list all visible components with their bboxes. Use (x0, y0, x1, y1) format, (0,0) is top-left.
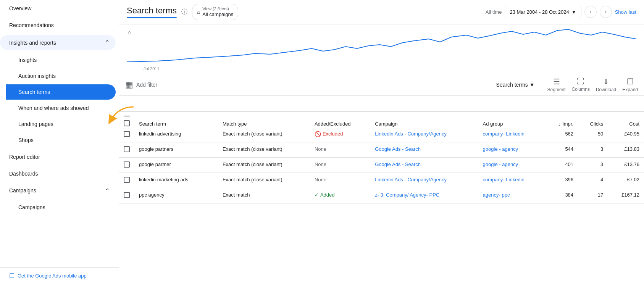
dropdown-label: Search terms (496, 82, 528, 88)
table-row: google partnerExact match (close variant… (119, 157, 644, 173)
sidebar-item-auction-insights[interactable]: Auction insights (6, 68, 116, 84)
view-filters-label: View (2 filters) (202, 6, 233, 11)
segment-button[interactable]: ☰ Segment (547, 77, 566, 92)
campaign-link[interactable]: Google Ads - Search (375, 146, 421, 152)
excluded-badge: 🚫 Excluded (315, 131, 366, 137)
campaign-link[interactable]: Linkedin Ads - Company/Agency (375, 177, 447, 182)
campaign-link[interactable]: z- 3. Company/ Agency- PPC (375, 192, 439, 198)
td-added-excluded: None (310, 173, 370, 188)
td-checkbox (119, 157, 134, 173)
th-clicks[interactable]: Clicks (578, 116, 608, 132)
sidebar-item-label: Shops (18, 137, 34, 143)
td-search-term: google partner (134, 157, 218, 173)
sidebar-item-label: Report editor (9, 154, 40, 160)
td-cost: £167.12 (608, 188, 644, 203)
td-impr: 544 (546, 142, 578, 157)
td-campaign: Google Ads - Search (370, 142, 478, 157)
sidebar-item-landing-pages[interactable]: Landing pages (6, 116, 116, 132)
download-label: Download (596, 87, 616, 92)
sidebar-item-search-terms[interactable]: Search terms (6, 84, 116, 100)
sidebar-item-insights[interactable]: Insights (6, 52, 116, 68)
ad-group-link[interactable]: google - agency (483, 146, 518, 152)
added-badge: ✓ Added (315, 192, 366, 198)
sidebar-item-shops[interactable]: Shops (6, 132, 116, 148)
row-checkbox[interactable] (124, 177, 130, 183)
toolbar-divider (541, 80, 541, 89)
th-campaign[interactable]: Campaign (370, 116, 478, 132)
td-impr: 384 (546, 188, 578, 203)
sidebar-section-label: Campaigns (9, 187, 36, 194)
td-added-excluded: ✓ Added (310, 188, 370, 203)
sidebar-item-campaigns[interactable]: Campaigns (6, 200, 116, 215)
sidebar: Overview Recommendations Insights and re… (0, 0, 119, 284)
table-row: linkedin marketing adsExact match (close… (119, 173, 644, 188)
dropdown-chevron-icon: ▼ (529, 82, 535, 88)
td-clicks: 3 (578, 157, 608, 173)
campaign-link[interactable]: Google Ads - Search (375, 161, 421, 167)
td-impr: 396 (546, 173, 578, 188)
sidebar-sub-group: Insights Auction insights Search terms W… (0, 52, 119, 148)
sidebar-section-insights-reports[interactable]: Insights and reports ⌃ (0, 35, 116, 50)
sidebar-footer[interactable]: ☐ Get the Google Ads mobile app (0, 267, 119, 284)
td-campaign: Google Ads - Search (370, 157, 478, 173)
td-added-excluded: None (310, 157, 370, 173)
row-checkbox[interactable] (124, 192, 130, 198)
expand-button[interactable]: ❐ Expand (622, 77, 638, 92)
main-header: Search terms ⓘ ⌂ View (2 filters) All ca… (119, 0, 644, 24)
ad-group-link[interactable]: company- Linkedin (483, 177, 525, 182)
td-search-term: ppc agency (134, 188, 218, 203)
sidebar-item-dashboards[interactable]: Dashboards (0, 166, 116, 181)
td-search-term: google partners (134, 142, 218, 157)
row-checkbox[interactable] (124, 161, 130, 168)
sidebar-item-recommendations[interactable]: Recommendations (0, 18, 116, 33)
sidebar-item-label: Overview (9, 5, 31, 11)
chart-area: 0 Jul 2011 (119, 24, 644, 74)
next-nav-button[interactable]: › (600, 6, 612, 18)
th-added-excluded[interactable]: Added/Excluded (310, 116, 370, 132)
ad-group-link[interactable]: agency- ppc (483, 192, 510, 198)
th-impr[interactable]: ↓ Impr. (546, 116, 578, 132)
prev-nav-button[interactable]: ‹ (584, 6, 597, 18)
td-clicks: 3 (578, 142, 608, 157)
check-icon: ✓ (315, 192, 319, 198)
th-search-term[interactable]: Search term (134, 116, 218, 132)
td-ad-group: agency- ppc (478, 188, 546, 203)
chevron-up-icon: ⌃ (105, 39, 110, 46)
campaign-link[interactable]: Linkedin Ads - Company/Agency (375, 131, 447, 137)
add-filter-label[interactable]: Add filter (136, 82, 157, 88)
th-match-type[interactable]: Match type (218, 116, 310, 132)
show-last-button[interactable]: Show last (615, 9, 636, 15)
th-ad-group[interactable]: Ad group (478, 116, 546, 132)
sidebar-item-report-editor[interactable]: Report editor (0, 149, 116, 165)
row-checkbox[interactable] (124, 146, 130, 152)
td-ad-group: google - agency (478, 157, 546, 173)
filter-chip[interactable]: ⌂ View (2 filters) All campaigns (192, 4, 238, 20)
sidebar-item-overview[interactable]: Overview (0, 1, 116, 16)
search-terms-dropdown[interactable]: Search terms ▼ (496, 82, 534, 88)
filter-icon[interactable]: ▦ (125, 80, 133, 90)
help-icon[interactable]: ⓘ (181, 8, 187, 16)
td-campaign: z- 3. Company/ Agency- PPC (370, 188, 478, 203)
table-row: google partnersExact match (close varian… (119, 142, 644, 157)
ad-group-link[interactable]: google - agency (483, 161, 518, 167)
download-button[interactable]: ⇓ Download (596, 77, 616, 92)
none-badge: None (315, 177, 326, 182)
th-checkbox (119, 116, 134, 132)
columns-button[interactable]: ⛶ Columns (572, 77, 590, 92)
td-cost: £7.02 (608, 173, 644, 188)
ad-group-link[interactable]: company- Linkedin (483, 131, 525, 137)
sidebar-item-label: Auction insights (18, 73, 56, 79)
header-checkbox[interactable] (124, 120, 130, 126)
td-clicks: 4 (578, 173, 608, 188)
td-impr: 401 (546, 157, 578, 173)
main-content: Search terms ⓘ ⌂ View (2 filters) All ca… (119, 0, 644, 284)
sidebar-item-when-where[interactable]: When and where ads showed (6, 100, 116, 116)
sidebar-section-campaigns[interactable]: Campaigns ⌃ (0, 184, 116, 197)
th-cost[interactable]: Cost (608, 116, 644, 132)
date-range-button[interactable]: 23 Mar 2004 - 28 Oct 2024 ▼ (505, 6, 581, 18)
row-checkbox[interactable] (124, 131, 130, 137)
td-cost: £13.76 (608, 157, 644, 173)
td-checkbox (119, 173, 134, 188)
td-cost: £13.83 (608, 142, 644, 157)
sidebar-item-label: Dashboards (9, 171, 38, 177)
